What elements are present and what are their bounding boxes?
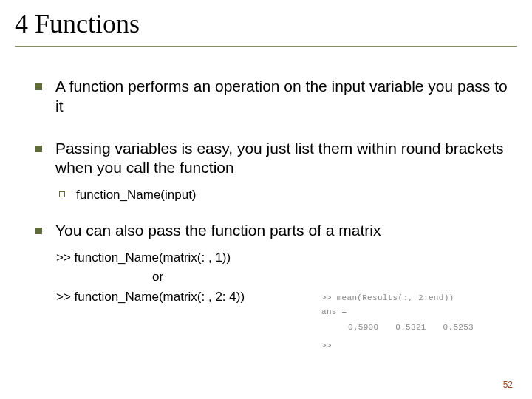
square-bullet-icon xyxy=(35,146,42,152)
hollow-square-bullet-icon xyxy=(59,191,65,197)
page-number: 52 xyxy=(503,380,513,390)
console-line: 0.5900 0.5321 0.5253 xyxy=(321,321,502,334)
bullet-item: A function performs an operation on the … xyxy=(35,77,510,117)
console-line: ans = xyxy=(321,306,502,318)
console-line: >> mean(Results(:, 2:end)) xyxy=(321,292,502,304)
code-line: >> function_Name(matrix(: , 1)) xyxy=(56,248,510,267)
title-wrap: 4 Functions xyxy=(0,10,532,47)
console-line: >> xyxy=(321,340,502,352)
code-or: or xyxy=(56,267,510,287)
console-output: >> mean(Results(:, 2:end)) ans = 0.5900 … xyxy=(321,292,502,352)
sub-bullet-item: function_Name(input) xyxy=(59,187,510,203)
bullet-item: You can also pass the function parts of … xyxy=(35,221,510,241)
bullet-text: A function performs an operation on the … xyxy=(55,77,510,117)
content-area: A function performs an operation on the … xyxy=(0,47,532,307)
slide-title: 4 Functions xyxy=(15,10,519,46)
square-bullet-icon xyxy=(35,228,42,234)
slide: 4 Functions A function performs an opera… xyxy=(0,0,532,399)
bullet-text: You can also pass the function parts of … xyxy=(55,221,510,241)
square-bullet-icon xyxy=(35,83,42,90)
bullet-text: Passing variables is easy, you just list… xyxy=(55,139,510,179)
sub-bullet-text: function_Name(input) xyxy=(76,187,197,203)
bullet-item: Passing variables is easy, you just list… xyxy=(35,139,510,179)
